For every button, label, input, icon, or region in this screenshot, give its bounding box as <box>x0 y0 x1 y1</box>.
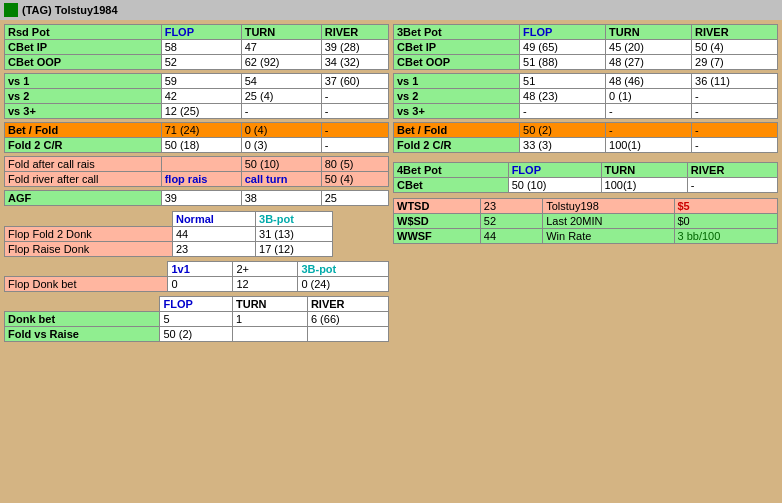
cell-turn: call turn <box>241 172 321 187</box>
subheader-2plus: 2+ <box>233 262 298 277</box>
cell-turn: 0 (1) <box>606 89 692 104</box>
row-label: CBet <box>394 177 509 192</box>
cell-river: 50 (4) <box>321 172 388 187</box>
left-main-table: Rsd Pot FLOP TURN RIVER CBet IP 58 47 39… <box>4 24 389 206</box>
col-river: RIVER <box>692 25 778 40</box>
cell-river: 36 (11) <box>692 74 778 89</box>
table-row: Flop Donk bet 0 12 0 (24) <box>5 277 389 292</box>
row-label: vs 2 <box>394 89 520 104</box>
cell-turn: 50 (10) <box>241 157 321 172</box>
left-panel: Rsd Pot FLOP TURN RIVER CBet IP 58 47 39… <box>4 24 389 342</box>
cell-turn: 1 <box>232 312 307 327</box>
row-label: vs 1 <box>394 74 520 89</box>
wtsd-val1: 23 <box>480 198 542 213</box>
subheader-row2: 1v1 2+ 3B-pot <box>5 262 389 277</box>
cell-river: 6 (66) <box>307 312 388 327</box>
wtsd-row: WTSD 23 Tolstuy198 $5 <box>394 198 778 213</box>
table-row: vs 3+ - - - <box>394 104 778 119</box>
subheader-row3: FLOP TURN RIVER <box>5 297 389 312</box>
table-row: vs 3+ 12 (25) - - <box>5 104 389 119</box>
cell-flop: - <box>520 104 606 119</box>
cell-flop <box>161 157 241 172</box>
row-label: CBet OOP <box>394 55 520 70</box>
cell-turn: 48 (46) <box>606 74 692 89</box>
cell-bpot: 17 (12) <box>256 242 333 257</box>
cell-normal: 44 <box>172 227 255 242</box>
win-rate-label: Win Rate <box>543 228 674 243</box>
row-label: Fold vs Raise <box>5 327 160 342</box>
subheader-3bpot: 3B-pot <box>256 212 333 227</box>
cell-turn: 100(1) <box>606 138 692 153</box>
cell-turn: 100(1) <box>601 177 687 192</box>
wsd-row: W$SD 52 Last 20MIN $0 <box>394 213 778 228</box>
cell-turn: 47 <box>241 40 321 55</box>
table-row: CBet 50 (10) 100(1) - <box>394 177 778 192</box>
col-flop: FLOP <box>161 25 241 40</box>
col-turn: TURN <box>606 25 692 40</box>
cell-flop: 49 (65) <box>520 40 606 55</box>
cell-normal: 23 <box>172 242 255 257</box>
wwsf-label: WWSF <box>394 228 481 243</box>
cell-bpot: 31 (13) <box>256 227 333 242</box>
row-label: Fold after call rais <box>5 157 162 172</box>
table-row: CBet OOP 52 62 (92) 34 (32) <box>5 55 389 70</box>
right-4bet-header: 4Bet Pot FLOP TURN RIVER <box>394 162 778 177</box>
col-turn3: TURN <box>232 297 307 312</box>
cell-flop: 5 <box>160 312 233 327</box>
table-row: Bet / Fold 50 (2) - - <box>394 123 778 138</box>
table-row: vs 1 51 48 (46) 36 (11) <box>394 74 778 89</box>
window-icon <box>4 3 18 17</box>
cell-river: - <box>321 123 388 138</box>
table-row: Fold 2 C/R 33 (3) 100(1) - <box>394 138 778 153</box>
subheader-3bpot2: 3B-pot <box>298 262 389 277</box>
col-flop3: FLOP <box>160 297 233 312</box>
tolstuy-val: $5 <box>674 198 778 213</box>
row-label: CBet OOP <box>5 55 162 70</box>
table-row: CBet OOP 51 (88) 48 (27) 29 (7) <box>394 55 778 70</box>
cell-river: - <box>692 138 778 153</box>
cell-turn: - <box>606 104 692 119</box>
cell-1v1: 0 <box>168 277 233 292</box>
row-label: vs 3+ <box>394 104 520 119</box>
cell-flop: 59 <box>161 74 241 89</box>
cell-flop: 50 (18) <box>161 138 241 153</box>
cell-river: 50 (4) <box>692 40 778 55</box>
cell-river: - <box>321 89 388 104</box>
cell-flop: flop rais <box>161 172 241 187</box>
cell-turn: - <box>241 104 321 119</box>
cell-flop: 58 <box>161 40 241 55</box>
right-panel: 3Bet Pot FLOP TURN RIVER CBet IP 49 (65)… <box>393 24 778 342</box>
subheader-1v1: 1v1 <box>168 262 233 277</box>
table-row: Fold 2 C/R 50 (18) 0 (3) - <box>5 138 389 153</box>
cell-river: 37 (60) <box>321 74 388 89</box>
wwsf-row: WWSF 44 Win Rate 3 bb/100 <box>394 228 778 243</box>
col-empty <box>5 297 160 312</box>
row-label: Flop Raise Donk <box>5 242 173 257</box>
cell-river: 39 (28) <box>321 40 388 55</box>
row-label: Fold 2 C/R <box>394 138 520 153</box>
cell-turn: 38 <box>241 191 321 206</box>
cell-river: - <box>692 123 778 138</box>
cell-flop: 71 (24) <box>161 123 241 138</box>
col-4bet-pot: 4Bet Pot <box>394 162 509 177</box>
col-turn: TURN <box>601 162 687 177</box>
table-row: Fold river after call flop rais call tur… <box>5 172 389 187</box>
row-label: Flop Donk bet <box>5 277 168 292</box>
cell-2plus: 12 <box>233 277 298 292</box>
table-row: Fold after call rais 50 (10) 80 (5) <box>5 157 389 172</box>
row-label: vs 3+ <box>5 104 162 119</box>
col-river: RIVER <box>321 25 388 40</box>
cell-turn: 62 (92) <box>241 55 321 70</box>
tolstuy-label: Tolstuy198 <box>543 198 674 213</box>
row-label: Fold river after call <box>5 172 162 187</box>
cell-turn: - <box>606 123 692 138</box>
title-bar: (TAG) Tolstuy1984 <box>0 0 782 20</box>
right-4bet-table: 4Bet Pot FLOP TURN RIVER CBet 50 (10) 10… <box>393 162 778 193</box>
cell-flop: 52 <box>161 55 241 70</box>
wwsf-val1: 44 <box>480 228 542 243</box>
cell-flop: 50 (2) <box>520 123 606 138</box>
cell-3bpot: 0 (24) <box>298 277 389 292</box>
cell-river: - <box>321 138 388 153</box>
cell-turn: 45 (20) <box>606 40 692 55</box>
col-river3: RIVER <box>307 297 388 312</box>
